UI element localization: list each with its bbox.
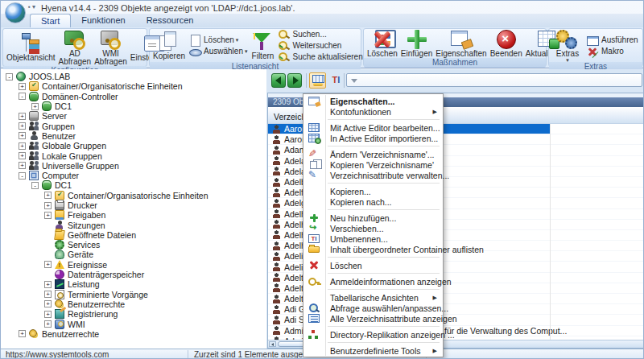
context-menu-item[interactable]: Verzeichnisattribute verwalten... [303,170,443,180]
tree-item[interactable]: + Benutzerrechte [1,329,266,339]
tree-expander[interactable]: - [31,182,39,189]
tree-item[interactable]: + Lokale Gruppen [1,151,266,160]
context-menu-item[interactable]: Mit Active Editor bearbeiten... [303,122,443,133]
ad-abfragen-button[interactable]: AD Abfragen [57,29,93,66]
tree-item[interactable]: + Universelle Gruppen [1,161,266,171]
einfuegen-button[interactable]: Einfügen [399,29,434,58]
context-menu-item[interactable]: Kopieren... [303,186,443,196]
filtern-button[interactable]: Filtern [250,31,275,60]
tree-item[interactable]: + Benutzerrechte [1,299,266,309]
context-menu-item[interactable]: Löschen [303,260,443,270]
objektansicht-button[interactable]: Objektansicht [5,33,57,62]
tree-expander[interactable]: - [19,172,26,180]
context-menu-item[interactable]: Benutzerdefinierte Tools ▶ [303,345,443,356]
context-menu-item[interactable]: Directory-Replikation anzeigen ... [303,329,443,340]
suche-aktualisieren-button[interactable]: Suche aktualisieren [278,52,362,62]
tree-item[interactable]: Geräte [1,250,266,259]
tree-item[interactable]: - Domänen-Controller [1,92,266,101]
tree-expander[interactable]: + [44,212,52,219]
tree-item[interactable]: - JOOS.LAB [1,72,266,81]
context-menu-item[interactable]: Ändern 'Verzeichnisname'... [303,149,443,159]
tree-expander[interactable]: + [19,152,26,159]
context-menu-item[interactable]: Abfrage auswählen/anpassen... [303,303,443,313]
context-menu-item[interactable]: Kontofunktionen ▶ [303,106,443,117]
context-menu-item[interactable]: Verschieben... [303,223,443,233]
tree-item[interactable]: + Leistung [1,279,266,289]
app-logo-icon[interactable] [5,2,26,23]
rename-button[interactable] [329,72,343,89]
extras-button[interactable]: Extras [551,29,584,62]
tree-expander[interactable]: + [19,122,26,130]
navigate-forward-button[interactable] [287,73,302,88]
context-menu-item[interactable] [303,340,443,345]
tree-item[interactable]: + DC1 [1,101,266,111]
tree-expander[interactable]: + [44,311,52,318]
context-menu-item[interactable]: Kopieren 'Verzeichnisname' [303,159,443,170]
scroll-left-arrow-icon[interactable] [269,341,276,347]
tree-expander[interactable]: - [6,73,13,80]
tree-expander[interactable]: + [44,291,52,298]
tree-item[interactable]: Sitzungen [1,220,266,229]
tree-item[interactable]: + Drucker [1,200,266,210]
tree-item[interactable]: + Ereignisse [1,260,266,270]
tab-funktionen[interactable]: Funktionen [71,14,135,27]
makro-button[interactable]: Makro [587,46,638,56]
tree-expander[interactable]: - [19,93,26,100]
context-menu-item[interactable] [303,117,443,122]
tree-expander[interactable]: + [44,281,52,288]
tree-item[interactable]: + Gruppen [1,121,266,130]
tree-expander[interactable]: + [44,300,52,307]
quick-access-arrow-icon[interactable]: ▪ ▾ [28,3,35,10]
context-menu-item[interactable]: Anmeldeinformationen anzeigen [303,276,443,287]
context-menu-item[interactable]: Alle Verzeichnisattribute anzeigen [303,313,443,324]
filter-combobox[interactable] [346,73,642,87]
context-menu-item[interactable]: Umbenennen... [303,233,443,244]
suchen-button[interactable]: Suchen... [278,29,362,39]
tree-item[interactable]: - DC1 [1,180,266,190]
tree-item[interactable]: - Computer [1,171,266,180]
tree-expander[interactable]: + [19,330,26,337]
tree-expander[interactable]: + [19,113,26,120]
tab-ressourcen[interactable]: Ressourcen [136,14,204,27]
tree-item[interactable]: Services [1,240,266,250]
navigate-back-button[interactable] [271,73,286,88]
context-menu-item[interactable]: In Active Editor importieren... [303,133,443,143]
context-menu-item[interactable] [303,180,443,186]
context-menu-item[interactable]: Eigenschaften... [303,96,443,106]
tree-item[interactable]: Datenträgerspeicher [1,270,266,279]
context-menu-item[interactable]: Kopieren nach... [303,196,443,207]
context-menu-item[interactable]: Tabellarische Ansichten ▶ [303,292,443,303]
ausfuehren-button[interactable]: Ausführen [587,35,638,45]
tree-item[interactable]: + Terminierte Vorgänge [1,290,266,299]
systemtools-link[interactable]: https://www.systemtools.com [6,350,109,359]
context-menu-item[interactable] [303,324,443,329]
tree-expander[interactable]: + [19,142,26,150]
tree-item[interactable]: Geöffnete Dateien [1,230,266,240]
context-menu-item[interactable]: Inhalt übergeordneter Container aufliste… [303,244,443,254]
tree-item[interactable]: + Container/Organisatorische Einheiten [1,81,266,91]
tree-item[interactable]: + Container/Organisatorische Einheiten [1,191,266,200]
tree-expander[interactable]: + [44,261,52,268]
tree-expander[interactable]: + [44,192,52,199]
tree-item[interactable]: + Freigaben [1,210,266,220]
tree-item[interactable]: + Registrierung [1,309,266,319]
wmi-abfragen-button[interactable]: WMI Abfragen [93,29,129,66]
context-menu-item[interactable] [303,207,443,213]
beenden-button[interactable]: Beenden [489,29,524,58]
tab-start[interactable]: Start [30,14,71,27]
context-menu-item[interactable] [303,270,443,276]
context-menu-item[interactable] [303,254,443,260]
auswaehlen-button[interactable]: Auswählen [189,46,247,56]
tree-expander[interactable]: + [19,162,26,169]
eigenschaften-button[interactable]: Eigenschaften [434,29,488,58]
context-menu-item[interactable]: Neu hinzufügen... [303,213,443,223]
tree-expander[interactable]: + [19,132,26,139]
tree-expander[interactable]: + [31,103,39,110]
tree-expander[interactable]: + [44,320,52,328]
tree-item[interactable]: + Benutzer [1,131,266,141]
weitersuchen-button[interactable]: Weitersuchen [278,40,362,51]
context-menu-item[interactable] [303,143,443,149]
tree-item[interactable]: + WMI [1,319,266,328]
table-view-button[interactable] [309,72,326,89]
tree-expander[interactable]: + [44,202,52,209]
